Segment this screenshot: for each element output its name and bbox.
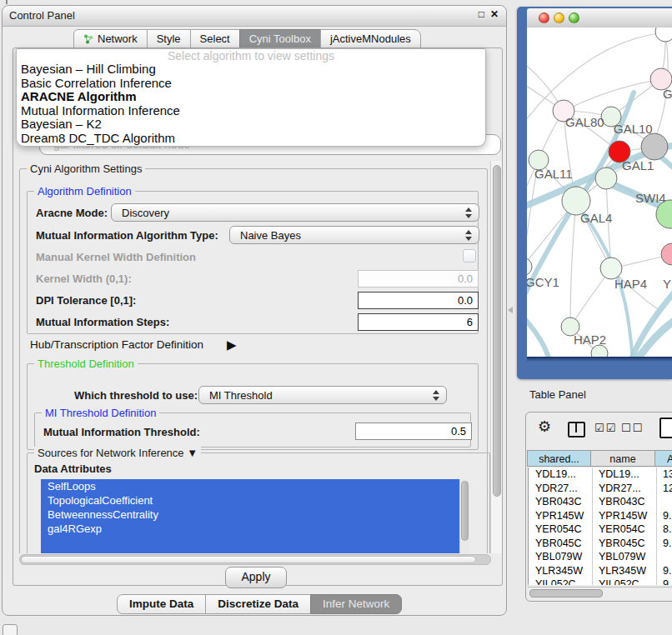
zoom-traffic-light[interactable]: [569, 12, 579, 23]
export-table-icon[interactable]: [659, 418, 672, 438]
table-cell: YBR045C: [599, 537, 645, 551]
group-title: MI Threshold Definition: [42, 407, 159, 419]
tab-cyni-toolbox[interactable]: Cyni Toolbox: [239, 29, 321, 48]
mi-threshold-label: Mutual Information Threshold:: [43, 426, 200, 438]
algorithm-option-dream8-dc-tdc-algorithm[interactable]: Dream8 DC_TDC Algorithm: [17, 132, 485, 146]
aracne-mode-select[interactable]: Discovery: [111, 203, 479, 222]
mi-threshold-field[interactable]: 0.5: [355, 422, 472, 440]
dpi-tolerance-field[interactable]: 0.0: [358, 292, 479, 309]
mi-steps-field[interactable]: 6: [358, 313, 479, 331]
table-cell: YPR145W: [535, 509, 584, 523]
attribute-item-betweennesscentrality[interactable]: BetweennessCentrality: [41, 508, 459, 522]
table-row[interactable]: YBR043CYBR043C: [529, 495, 672, 509]
float-window-icon[interactable]: □: [479, 8, 484, 20]
table-row[interactable]: YER054CYER054C8.: [529, 522, 672, 537]
table-row[interactable]: YBL079WYBL079W: [529, 550, 672, 564]
table-row[interactable]: YDR27...YDR27...12: [529, 482, 672, 496]
algorithm-option-aracne-algorithm[interactable]: ARACNE Algorithm: [17, 90, 485, 104]
manual-kernel-label: Manual Kernel Width Definition: [36, 251, 196, 263]
scrollbar-thumb[interactable]: [529, 589, 603, 598]
cyni-bottom-tabs: Impute DataDiscretize DataInfer Network: [118, 594, 402, 614]
tab-network[interactable]: Network: [73, 29, 148, 48]
algorithm-option-bayesian-k2[interactable]: Bayesian – K2: [17, 118, 485, 132]
hub-definition-label[interactable]: Hub/Transcription Factor Definition: [30, 338, 203, 351]
which-threshold-select[interactable]: MI Threshold: [198, 386, 447, 404]
table-row[interactable]: YPR145WYPR145W9.: [529, 509, 672, 523]
mi-type-select[interactable]: Naive Bayes: [229, 226, 479, 244]
sources-title: Sources for Network Inference: [38, 447, 184, 459]
settings-horizontal-scrollbar[interactable]: [19, 554, 491, 565]
table-row[interactable]: YBR045CYBR045C9.: [529, 537, 672, 551]
column-header-a[interactable]: A: [654, 450, 672, 467]
tab-select[interactable]: Select: [190, 29, 240, 48]
network-node-swi4[interactable]: [595, 168, 617, 189]
table-cell: YPR145W: [599, 509, 647, 523]
table-cell: YLR345W: [599, 564, 646, 578]
algorithm-option-mutual-information-inference[interactable]: Mutual Information Inference: [17, 104, 485, 118]
collapse-down-arrow-icon[interactable]: ▼: [187, 447, 198, 459]
data-attributes-list[interactable]: SelfLoopsTopologicalCoefficientBetweenne…: [41, 479, 459, 553]
control-panel-titlebar: Control Panel □ ✕: [3, 6, 506, 27]
unchecked-boxes-icon[interactable]: ☐☐: [621, 422, 644, 434]
network-node-label: GAL4: [580, 211, 612, 225]
network-node-gcy1[interactable]: [527, 258, 532, 276]
kernel-width-field: 0.0: [358, 270, 479, 288]
tab-infer-network[interactable]: Infer Network: [310, 594, 402, 614]
attributes-list-scrollbar[interactable]: [459, 479, 469, 553]
settings-scrollbar[interactable]: [490, 161, 502, 553]
minimize-traffic-light[interactable]: [554, 12, 564, 23]
network-canvas[interactable]: GALGAL80GAL10GAL1GAL11SWI4GAL4GCY1HAP4YH…: [527, 28, 672, 357]
tab-discretize-data[interactable]: Discretize Data: [205, 594, 311, 614]
tab-impute-data[interactable]: Impute Data: [117, 594, 206, 614]
scrollbar-thumb[interactable]: [461, 481, 469, 541]
table-row[interactable]: YIL052CYIL052C9.: [529, 578, 672, 585]
expand-right-arrow-icon[interactable]: ▶: [227, 338, 237, 352]
table-cell: YDR27...: [535, 482, 578, 496]
network-node-label: GCY1: [527, 275, 559, 289]
table-cell: YBL079W: [535, 550, 582, 564]
network-edge: [564, 79, 661, 111]
network-node-label: HAP4: [614, 277, 647, 291]
scrollbar-thumb[interactable]: [493, 165, 501, 497]
table-row[interactable]: YDL19...YDL19...13: [529, 468, 672, 482]
kernel-width-label: Kernel Width (0,1):: [36, 272, 132, 285]
attribute-item-selfloops[interactable]: SelfLoops: [41, 479, 459, 493]
algorithm-option-bayesian-hill-climbing[interactable]: Bayesian – Hill Climbing: [17, 62, 485, 77]
panel-splitter-handle[interactable]: [508, 307, 513, 313]
network-node-y[interactable]: [661, 243, 672, 265]
table-cell: YER054C: [599, 522, 645, 537]
close-traffic-light[interactable]: [539, 12, 549, 23]
network-node[interactable]: [655, 28, 672, 42]
aracne-mode-value: Discovery: [122, 207, 169, 219]
scrollbar-thumb[interactable]: [21, 556, 476, 563]
attribute-item-gal4rgexp[interactable]: gal4RGexp: [41, 522, 459, 536]
column-header-name[interactable]: name: [590, 450, 655, 467]
split-columns-icon[interactable]: [568, 422, 585, 438]
attribute-item-topologicalcoefficient[interactable]: TopologicalCoefficient: [41, 493, 459, 508]
gear-icon[interactable]: ⚙: [538, 419, 551, 434]
apply-button[interactable]: Apply: [225, 567, 287, 588]
bottom-corner-button[interactable]: [3, 624, 18, 635]
network-node[interactable]: [591, 345, 608, 357]
table-body: YDL19...YDL19...13YDR27...YDR27...12YBR0…: [528, 468, 672, 585]
network-window-titlebar[interactable]: [527, 8, 672, 28]
table-panel-title: Table Panel: [529, 388, 586, 401]
algorithm-option-basic-correlation-inference[interactable]: Basic Correlation Inference: [17, 77, 485, 91]
table-cell: 13: [663, 468, 672, 482]
table-row[interactable]: YLR345WYLR345W9.: [529, 564, 672, 578]
table-cell: 9.: [663, 509, 671, 523]
close-icon[interactable]: ✕: [490, 8, 499, 20]
table-horizontal-scrollbar[interactable]: [528, 587, 672, 598]
algorithm-definition-group: Algorithm Definition Aracne Mode: Discov…: [27, 191, 479, 334]
column-header-shared[interactable]: shared...: [527, 450, 591, 467]
sources-group: Sources for Network Inference ▼ Data Att…: [27, 452, 490, 553]
tab-jactivemnodules[interactable]: jActiveMNodules: [320, 29, 421, 48]
table-cell: YBR043C: [535, 495, 582, 509]
checked-boxes-icon[interactable]: ☑☑: [594, 422, 617, 434]
group-title: Threshold Definition: [34, 358, 138, 370]
network-tab-icon: [83, 34, 94, 44]
network-node[interactable]: [641, 133, 668, 160]
tab-style[interactable]: Style: [147, 29, 191, 48]
which-threshold-value: MI Threshold: [209, 389, 273, 402]
manual-kernel-checkbox: [463, 249, 476, 262]
